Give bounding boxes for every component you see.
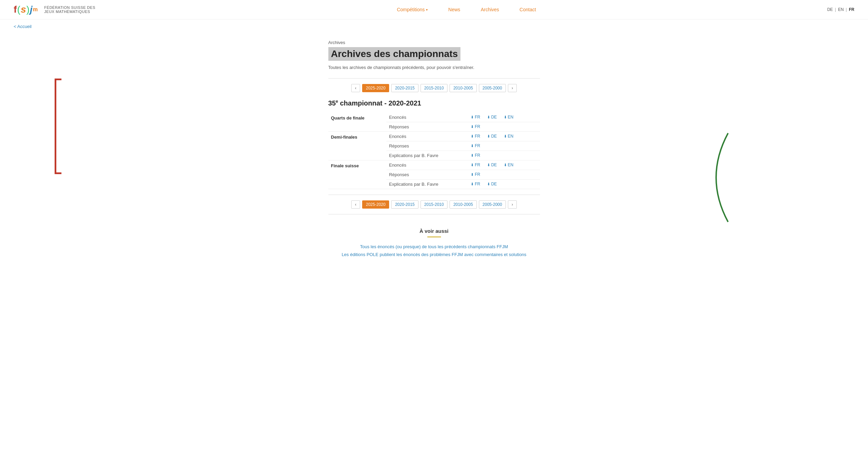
pagination-prev-bottom[interactable]: ‹	[351, 200, 360, 209]
section-finale: Finale suisse Enoncés ⬇ FR ⬇ DE ⬇	[328, 160, 540, 189]
logo[interactable]: f(s)jm	[14, 4, 38, 15]
download-demi-enonces-fr[interactable]: ⬇ FR	[471, 134, 480, 139]
nav-news[interactable]: News	[448, 7, 460, 12]
logo-j: j	[30, 4, 32, 15]
download-quarts-enonces-de[interactable]: ⬇ DE	[487, 115, 497, 119]
nav-competitions[interactable]: Compétitions ▾	[397, 7, 428, 12]
download-icon: ⬇	[471, 182, 474, 186]
download-icon: ⬇	[504, 115, 507, 119]
logo-f: f	[14, 4, 16, 15]
download-links-quarts-enonces: ⬇ FR ⬇ DE ⬇ EN	[468, 113, 540, 122]
download-icon: ⬇	[471, 163, 474, 167]
download-finale-enonces-de[interactable]: ⬇ DE	[487, 163, 497, 167]
download-demi-enonces-de[interactable]: ⬇ DE	[487, 134, 497, 139]
download-quarts-enonces-fr[interactable]: ⬇ FR	[471, 115, 480, 119]
archive-table: Quarts de finale Enoncés ⬇ FR ⬇ DE ⬇	[328, 113, 540, 189]
nav-archives[interactable]: Archives	[481, 7, 499, 12]
main-nav: Compétitions ▾ News Archives Contact	[397, 7, 536, 12]
pagination-next-top[interactable]: ›	[508, 84, 517, 92]
also-link-1[interactable]: Les éditions POLE publient les énoncés d…	[328, 252, 540, 257]
download-icon: ⬇	[487, 182, 490, 186]
pagination-top: ‹ 2025-2020 2020-2015 2015-2010 2010-200…	[328, 84, 540, 92]
doc-explications-finale: Explications par B. Favre	[386, 179, 468, 189]
breadcrumb: Accueil	[0, 19, 868, 33]
download-icon: ⬇	[487, 163, 490, 167]
download-demi-explications-fr[interactable]: ⬇ FR	[471, 153, 480, 158]
pagination-page-2-top[interactable]: 2015-2010	[421, 84, 447, 92]
download-icon: ⬇	[487, 134, 490, 139]
pagination-prev-top[interactable]: ‹	[351, 84, 360, 92]
logo-bracket-open: (	[17, 4, 20, 15]
pagination-next-bottom[interactable]: ›	[508, 200, 517, 209]
doc-reponses-quarts: Réponses	[386, 122, 468, 131]
doc-explications-demi: Explications par B. Favre	[386, 151, 468, 160]
breadcrumb-home-link[interactable]: Accueil	[14, 24, 31, 29]
download-demi-enonces-en[interactable]: ⬇ EN	[504, 134, 514, 139]
logo-bracket-close: )	[26, 4, 29, 15]
download-finale-enonces-en[interactable]: ⬇ EN	[504, 163, 514, 167]
lang-en[interactable]: EN	[838, 7, 844, 12]
header: f(s)jm FÉDÉRATION SUISSE DES JEUX MATHÉM…	[0, 0, 868, 19]
also-underline	[427, 237, 441, 237]
download-finale-reponses-fr[interactable]: ⬇ FR	[471, 172, 480, 177]
download-icon: ⬇	[471, 125, 474, 129]
download-quarts-reponses-fr[interactable]: ⬇ FR	[471, 124, 480, 129]
pagination-page-1-bottom[interactable]: 2020-2015	[391, 200, 418, 209]
main-content: Archives Archives des championnats Toute…	[315, 33, 554, 271]
pagination-page-4-bottom[interactable]: 2005-2000	[479, 200, 506, 209]
also-link-0[interactable]: Tous les énoncés (ou presque) de tous le…	[328, 244, 540, 249]
championship-title: 35e championnat - 2020-2021	[328, 99, 540, 107]
pagination-page-1-top[interactable]: 2020-2015	[391, 84, 418, 92]
pagination-page-2-bottom[interactable]: 2015-2010	[421, 200, 447, 209]
also-section: À voir aussi Tous les énoncés (ou presqu…	[328, 228, 540, 257]
page-title: Archives des championnats	[328, 47, 461, 61]
divider-mid	[328, 195, 540, 195]
doc-reponses-demi: Réponses	[386, 141, 468, 151]
download-links-demi-explications: ⬇ FR	[468, 151, 540, 160]
download-quarts-enonces-en[interactable]: ⬇ EN	[504, 115, 514, 119]
pagination-page-0-bottom[interactable]: 2025-2020	[362, 200, 389, 209]
download-icon: ⬇	[504, 163, 507, 167]
doc-enonces-finale: Enoncés	[386, 160, 468, 170]
doc-reponses-finale: Réponses	[386, 170, 468, 179]
download-links-finale-enonces: ⬇ FR ⬇ DE ⬇ EN	[468, 160, 540, 170]
pagination-page-3-top[interactable]: 2010-2005	[450, 84, 476, 92]
download-finale-explications-de[interactable]: ⬇ DE	[487, 182, 497, 186]
lang-fr[interactable]: FR	[849, 7, 854, 12]
lang-switcher: DE | EN | FR	[827, 7, 854, 12]
download-links-demi-reponses: ⬇ FR	[468, 141, 540, 151]
doc-enonces-quarts: Enoncés	[386, 113, 468, 122]
section-name-demi: Demi-finales	[328, 131, 386, 160]
red-bracket-decoration	[55, 79, 61, 174]
page-subtitle: Toutes les archives de championnats préc…	[328, 65, 540, 70]
divider-bottom	[328, 214, 540, 214]
download-links-finale-explications: ⬇ FR ⬇ DE	[468, 179, 540, 189]
table-row: Demi-finales Enoncés ⬇ FR ⬇ DE ⬇	[328, 131, 540, 141]
nav-contact[interactable]: Contact	[520, 7, 536, 12]
section-quarts: Quarts de finale Enoncés ⬇ FR ⬇ DE ⬇	[328, 113, 540, 132]
org-name: FÉDÉRATION SUISSE DES JEUX MATHÉMATIQUES	[44, 5, 106, 14]
lang-de[interactable]: DE	[827, 7, 833, 12]
download-finale-explications-fr[interactable]: ⬇ FR	[471, 182, 480, 186]
divider-top	[328, 78, 540, 79]
download-icon: ⬇	[471, 144, 474, 148]
section-demi: Demi-finales Enoncés ⬇ FR ⬇ DE ⬇	[328, 131, 540, 160]
dropdown-arrow-icon: ▾	[426, 8, 428, 12]
section-name-quarts: Quarts de finale	[328, 113, 386, 132]
download-icon: ⬇	[471, 115, 474, 119]
download-icon: ⬇	[471, 153, 474, 158]
logo-m: m	[33, 6, 37, 13]
download-icon: ⬇	[471, 134, 474, 139]
pagination-page-0-top[interactable]: 2025-2020	[362, 84, 389, 92]
header-left: f(s)jm FÉDÉRATION SUISSE DES JEUX MATHÉM…	[14, 4, 106, 15]
green-arc-decoration	[711, 130, 731, 225]
logo-s: s	[21, 4, 26, 15]
download-links-demi-enonces: ⬇ FR ⬇ DE ⬇ EN	[468, 131, 540, 141]
pagination-page-3-bottom[interactable]: 2010-2005	[450, 200, 476, 209]
download-icon: ⬇	[487, 115, 490, 119]
also-title: À voir aussi	[328, 228, 540, 234]
download-demi-reponses-fr[interactable]: ⬇ FR	[471, 143, 480, 148]
download-icon: ⬇	[504, 134, 507, 139]
download-finale-enonces-fr[interactable]: ⬇ FR	[471, 163, 480, 167]
pagination-page-4-top[interactable]: 2005-2000	[479, 84, 506, 92]
